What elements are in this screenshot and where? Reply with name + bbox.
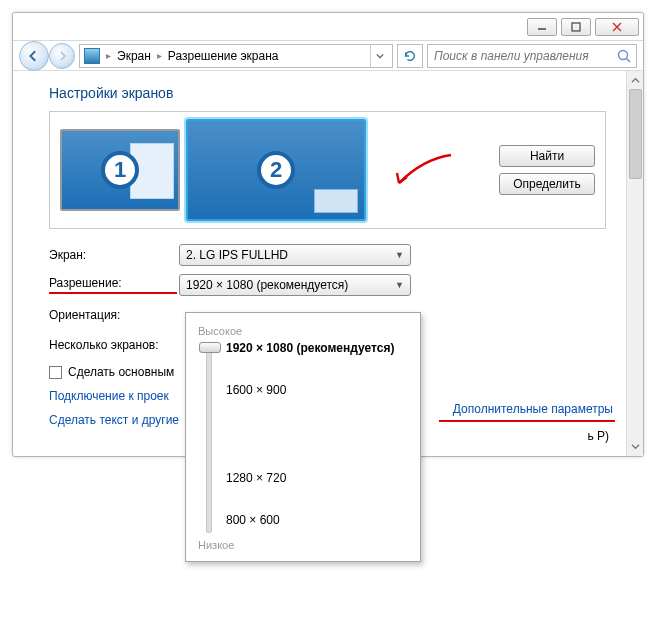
refresh-icon xyxy=(403,49,417,63)
popup-high-label: Высокое xyxy=(198,325,408,337)
chevron-down-icon: ▼ xyxy=(395,280,404,290)
resolution-slider-thumb[interactable] xyxy=(199,342,221,353)
scrollbar-thumb[interactable] xyxy=(629,89,642,179)
monitor-2[interactable]: 2 xyxy=(186,119,366,221)
label-multi-displays: Несколько экранов: xyxy=(49,338,199,352)
page-title: Настройки экранов xyxy=(49,85,606,101)
projector-link[interactable]: Подключение к проек xyxy=(49,389,169,403)
detect-button[interactable]: Определить xyxy=(499,173,595,195)
search-icon xyxy=(616,48,632,64)
nav-forward-button[interactable] xyxy=(49,43,75,69)
close-button[interactable] xyxy=(595,18,639,36)
text-size-link[interactable]: Сделать текст и другие xyxy=(49,413,179,427)
maximize-button[interactable] xyxy=(561,18,591,36)
monitor-2-preview xyxy=(314,189,358,213)
search-box[interactable] xyxy=(427,44,637,68)
resolution-dropdown-value: 1920 × 1080 (рекомендуется) xyxy=(186,278,348,292)
svg-point-4 xyxy=(619,50,628,59)
refresh-button[interactable] xyxy=(397,44,423,68)
vertical-scrollbar[interactable] xyxy=(626,71,643,456)
monitor-1-badge: 1 xyxy=(101,151,139,189)
find-button[interactable]: Найти xyxy=(499,145,595,167)
minimize-button[interactable] xyxy=(527,18,557,36)
breadcrumb[interactable]: ▸ Экран ▸ Разрешение экрана xyxy=(79,44,393,68)
resolution-option-1[interactable]: 1600 × 900 xyxy=(226,383,286,397)
resolution-option-0[interactable]: 1920 × 1080 (рекомендуется) xyxy=(226,341,394,355)
search-input[interactable] xyxy=(432,48,616,64)
resolution-dropdown[interactable]: 1920 × 1080 (рекомендуется) ▼ xyxy=(179,274,411,296)
label-screen: Экран: xyxy=(49,248,179,262)
resolution-popup: Высокое 1920 × 1080 (рекомендуется) 1600… xyxy=(185,312,421,562)
titlebar xyxy=(13,13,643,41)
scroll-down-arrow[interactable] xyxy=(628,439,643,454)
make-primary-label: Сделать основным xyxy=(68,365,174,379)
monitor-arrangement-panel: 1 2 Найти Определить xyxy=(49,111,606,229)
screen-dropdown-value: 2. LG IPS FULLHD xyxy=(186,248,288,262)
label-orientation: Ориентация: xyxy=(49,308,179,322)
popup-low-label: Низкое xyxy=(198,539,408,551)
screen-dropdown[interactable]: 2. LG IPS FULLHD ▼ xyxy=(179,244,411,266)
breadcrumb-sep: ▸ xyxy=(106,50,111,61)
make-primary-checkbox[interactable] xyxy=(49,366,62,379)
advanced-settings-link[interactable]: Дополнительные параметры xyxy=(453,402,613,416)
display-icon xyxy=(84,48,100,64)
resolution-slider[interactable] xyxy=(206,343,212,533)
monitor-1[interactable]: 1 xyxy=(60,129,180,211)
resolution-option-2[interactable]: 1280 × 720 xyxy=(226,471,286,485)
annotation-underline xyxy=(439,420,615,422)
monitor-2-badge: 2 xyxy=(257,151,295,189)
breadcrumb-seg-2[interactable]: Разрешение экрана xyxy=(168,49,279,63)
svg-rect-1 xyxy=(572,23,580,31)
address-bar: ▸ Экран ▸ Разрешение экрана xyxy=(13,41,643,71)
breadcrumb-dropdown[interactable] xyxy=(370,45,388,67)
resolution-option-3[interactable]: 800 × 600 xyxy=(226,513,280,527)
label-resolution: Разрешение: xyxy=(49,276,179,294)
breadcrumb-seg-1[interactable]: Экран xyxy=(117,49,151,63)
nav-back-button[interactable] xyxy=(19,41,49,71)
svg-line-5 xyxy=(627,58,631,62)
chevron-down-icon: ▼ xyxy=(395,250,404,260)
projector-hint-suffix: ь P) xyxy=(587,429,609,443)
breadcrumb-sep: ▸ xyxy=(157,50,162,61)
scroll-up-arrow[interactable] xyxy=(628,73,643,88)
